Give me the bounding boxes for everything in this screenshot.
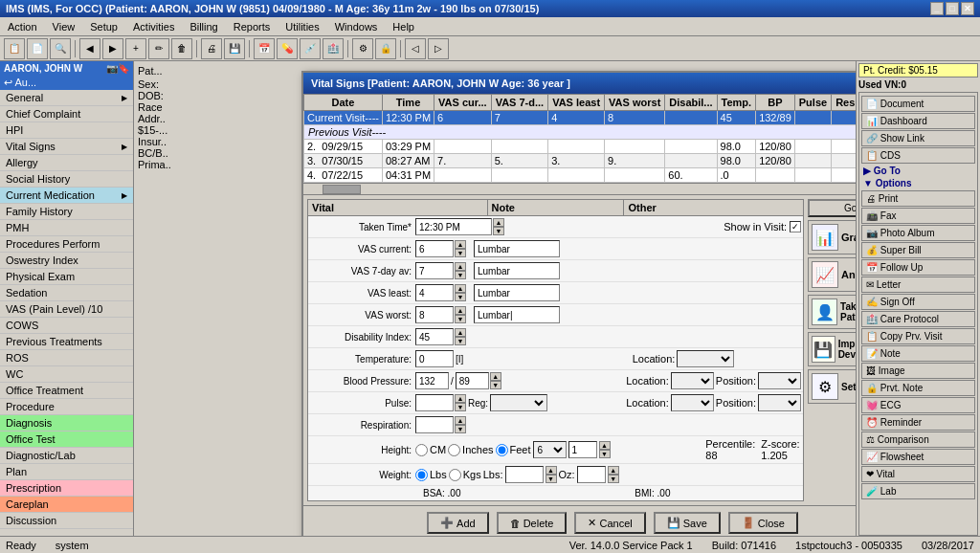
- height-spinner[interactable]: ▲ ▼: [599, 441, 611, 458]
- sidebar-item-physical-exam[interactable]: Physical Exam: [0, 269, 133, 285]
- ecg-button[interactable]: 💓 ECG: [861, 397, 975, 413]
- menu-utilities[interactable]: Utilities: [281, 20, 323, 33]
- toolbar-btn-2[interactable]: 📄: [27, 38, 48, 59]
- sidebar-item-allergy[interactable]: Allergy: [0, 155, 133, 171]
- comparison-button[interactable]: ⚖ Comparison: [861, 431, 975, 448]
- hscroll-thumb[interactable]: [323, 185, 361, 194]
- save-button[interactable]: 💾 Save: [654, 512, 721, 534]
- toolbar-btn-11[interactable]: 📅: [254, 38, 275, 59]
- table-hscroll[interactable]: [303, 183, 856, 194]
- sidebar-item-oswestry-index[interactable]: Oswestry Index: [0, 253, 133, 269]
- menu-action[interactable]: Action: [4, 20, 41, 33]
- height-inches-input[interactable]: [568, 441, 597, 458]
- vas-least-spinner[interactable]: ▲ ▼: [455, 284, 466, 301]
- vas-7day-input[interactable]: [415, 262, 454, 279]
- disability-input[interactable]: [415, 328, 454, 345]
- vas-current-down[interactable]: ▼: [455, 249, 466, 257]
- sidebar-item-pmh[interactable]: PMH: [0, 220, 133, 236]
- add-button[interactable]: ➕ Add: [427, 512, 489, 534]
- analysis-button[interactable]: 📈 Analysis: [808, 257, 856, 292]
- weight-oz-input[interactable]: [577, 466, 606, 483]
- maximize-button[interactable]: □: [946, 2, 959, 15]
- temperature-input[interactable]: [415, 350, 454, 367]
- toolbar-btn-10[interactable]: 💾: [224, 38, 245, 59]
- taken-time-down[interactable]: ▼: [493, 227, 504, 235]
- bp-down[interactable]: ▼: [490, 381, 501, 389]
- vas-least-up[interactable]: ▲: [455, 284, 466, 293]
- sidebar-item-office-treatment[interactable]: Office Treatment: [0, 383, 133, 399]
- vas-7day-spinner[interactable]: ▲ ▼: [455, 262, 466, 279]
- copy-prv-visit-button[interactable]: 📋 Copy Prv. Visit: [861, 328, 975, 344]
- current-visit-row[interactable]: Current Visit---- 12:30 PM 6 7 4 8 45 13…: [304, 111, 857, 125]
- visit-row-4[interactable]: 4. 07/22/15 04:31 PM 60. .0: [304, 168, 857, 183]
- pulse-spinner[interactable]: ▲ ▼: [455, 394, 466, 411]
- toolbar-btn-7[interactable]: ✏: [148, 38, 169, 59]
- dashboard-button[interactable]: 📊 Dashboard: [861, 113, 975, 129]
- weight-oz-down[interactable]: ▼: [608, 475, 619, 483]
- vas-least-note-input[interactable]: [474, 284, 560, 301]
- resp-down[interactable]: ▼: [455, 425, 466, 433]
- vas-current-note-input[interactable]: [474, 240, 560, 257]
- vas-worst-spinner[interactable]: ▲ ▼: [455, 306, 466, 323]
- weight-lbs-radio[interactable]: [415, 469, 428, 481]
- sidebar-item-social-history[interactable]: Social History: [0, 171, 133, 188]
- goto-dropdown-button[interactable]: Go To ▼: [808, 199, 856, 217]
- vital-button[interactable]: ❤ Vital: [861, 466, 975, 482]
- vas-worst-input[interactable]: [415, 306, 454, 323]
- flowsheet-button[interactable]: 📈 Flowsheet: [861, 449, 975, 465]
- weight-lbs-up[interactable]: ▲: [546, 466, 557, 475]
- menu-view[interactable]: View: [49, 20, 79, 33]
- letter-button[interactable]: ✉ Letter: [861, 276, 975, 293]
- sidebar-item-current-medication[interactable]: Current Medication▶: [0, 188, 133, 204]
- super-bill-button[interactable]: 💰 Super Bill: [861, 242, 975, 258]
- weight-kgs-radio[interactable]: [449, 469, 461, 481]
- cancel-button[interactable]: ✕ Cancel: [574, 512, 645, 534]
- toolbar-btn-4[interactable]: ◀: [79, 38, 100, 59]
- taken-time-up[interactable]: ▲: [493, 218, 504, 227]
- pulse-up[interactable]: ▲: [455, 394, 466, 403]
- taken-time-spinner[interactable]: ▲ ▼: [493, 218, 504, 235]
- sidebar-item-discussion[interactable]: Discussion: [0, 513, 133, 529]
- import-device-button[interactable]: 💾 Import from Device: [808, 332, 856, 366]
- sidebar-item-ros[interactable]: ROS: [0, 350, 133, 366]
- toolbar-btn-18[interactable]: ▷: [428, 38, 449, 59]
- toolbar-btn-5[interactable]: ▶: [102, 38, 123, 59]
- photo-album-button[interactable]: 📷 Photo Album: [861, 225, 975, 241]
- sidebar-item-family-history[interactable]: Family History: [0, 204, 133, 220]
- vas-7day-note-input[interactable]: [474, 262, 560, 279]
- visit-row-3[interactable]: 3. 07/30/15 08:27 AM 7. 5. 3. 9. 98.0 12…: [304, 154, 857, 168]
- close-button[interactable]: ✕: [961, 2, 974, 15]
- prvt-note-button[interactable]: 🔒 Prvt. Note: [861, 380, 975, 396]
- sidebar-item-vas[interactable]: VAS (Pain Level) /10: [0, 301, 133, 318]
- weight-lbs-down[interactable]: ▼: [546, 475, 557, 483]
- height-up[interactable]: ▲: [599, 441, 611, 450]
- sidebar-scroll[interactable]: General▶ Chief Complaint HPI Vital Signs…: [0, 90, 133, 553]
- title-bar-controls[interactable]: _ □ ✕: [930, 2, 974, 15]
- document-button[interactable]: 📄 Document: [861, 96, 975, 112]
- height-feet-radio[interactable]: [496, 444, 508, 456]
- sidebar-item-procedures-perform[interactable]: Procedures Perform: [0, 236, 133, 253]
- disability-up[interactable]: ▲: [455, 328, 466, 337]
- sidebar-item-sedation[interactable]: Sedation: [0, 285, 133, 301]
- sidebar-item-procedure[interactable]: Procedure: [0, 399, 133, 415]
- weight-lbs-input[interactable]: [505, 466, 544, 483]
- pulse-reg-select[interactable]: [490, 394, 547, 411]
- delete-button[interactable]: 🗑 Delete: [497, 512, 568, 534]
- image-button[interactable]: 🖼 Image: [861, 363, 975, 379]
- vas-current-up[interactable]: ▲: [455, 240, 466, 249]
- height-cm-radio[interactable]: [415, 444, 428, 456]
- vas-7day-down[interactable]: ▼: [455, 271, 466, 279]
- menu-setup[interactable]: Setup: [86, 20, 122, 33]
- respiration-input[interactable]: [415, 416, 454, 433]
- height-down[interactable]: ▼: [599, 450, 611, 458]
- sidebar-item-chief-complaint[interactable]: Chief Complaint: [0, 106, 133, 122]
- taken-time-input[interactable]: [415, 218, 492, 235]
- bp-diastolic-input[interactable]: [456, 372, 489, 389]
- menu-windows[interactable]: Windows: [331, 20, 382, 33]
- lab-button[interactable]: 🧪 Lab: [861, 483, 975, 499]
- visit-row-2[interactable]: 2. 09/29/15 03:29 PM 98.0 120/80 73.0: [304, 140, 857, 154]
- resp-spinner[interactable]: ▲ ▼: [455, 416, 466, 433]
- show-link-button[interactable]: 🔗 Show Link: [861, 130, 975, 146]
- sidebar-item-cows[interactable]: COWS: [0, 318, 133, 334]
- vas-worst-note-input[interactable]: [474, 306, 560, 323]
